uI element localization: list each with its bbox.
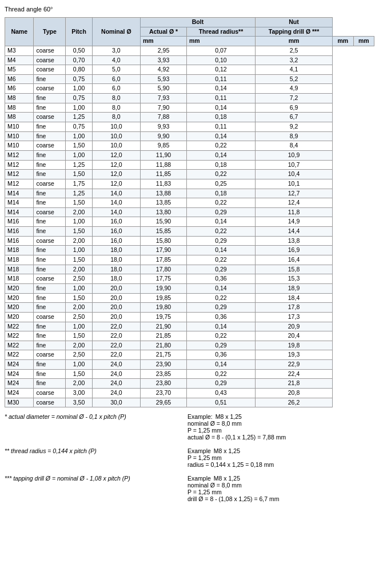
- unit-pitch: mm: [141, 37, 187, 46]
- table-cell: 11,90: [141, 150, 187, 160]
- table-cell: 2,00: [66, 379, 92, 389]
- table-cell: 7,93: [141, 94, 187, 103]
- table-row: M18fine2,0018,017,800,2915,8: [5, 265, 374, 274]
- example-label-2: Example: [187, 475, 211, 482]
- table-cell: coarse: [34, 207, 66, 217]
- table-row: M14coarse2,0014,013,800,2911,8: [5, 207, 374, 217]
- table-cell: M10: [5, 122, 34, 132]
- table-cell: 23,90: [141, 360, 187, 370]
- table-cell: 1,50: [66, 331, 92, 341]
- table-cell: 0,07: [187, 46, 256, 55]
- note-label-1: ** thread radius = 0,144 x pitch (P): [5, 447, 176, 468]
- table-row: M24fine1,0024,023,900,1422,9: [5, 360, 374, 370]
- table-cell: 19,3: [255, 350, 332, 360]
- table-cell: 24,0: [92, 379, 140, 389]
- table-row: M20fine1,5020,019,850,2218,4: [5, 293, 374, 303]
- table-cell: 5,2: [255, 74, 332, 84]
- table-cell: 0,22: [187, 141, 256, 151]
- table-cell: 4,1: [255, 65, 332, 75]
- table-cell: 3,93: [141, 55, 187, 65]
- table-cell: 5,93: [141, 74, 187, 84]
- table-cell: 0,22: [187, 227, 256, 237]
- table-cell: 24,0: [92, 388, 140, 398]
- table-cell: 15,90: [141, 217, 187, 227]
- table-cell: 14,9: [255, 217, 332, 227]
- table-cell: 0,75: [66, 74, 92, 84]
- table-cell: 0,29: [187, 236, 256, 246]
- table-cell: 2,5: [255, 46, 332, 55]
- table-row: M20coarse2,5020,019,750,3617,3: [5, 312, 374, 322]
- table-row: M6fine0,756,05,930,115,2: [5, 74, 374, 84]
- table-cell: 29,65: [141, 398, 187, 407]
- table-cell: fine: [34, 322, 66, 331]
- table-cell: coarse: [34, 236, 66, 246]
- table-cell: 12,0: [92, 160, 140, 170]
- table-cell: 10,0: [92, 122, 140, 132]
- note-example-0: Example:M8 x 1,25nominal Ø = 8,0 mmP = 1…: [187, 413, 374, 441]
- table-cell: 19,80: [141, 303, 187, 313]
- table-cell: 8,4: [255, 141, 332, 151]
- table-cell: fine: [34, 94, 66, 103]
- table-row: M10fine1,0010,09,900,148,9: [5, 131, 374, 141]
- table-cell: 9,90: [141, 131, 187, 141]
- table-cell: M14: [5, 189, 34, 198]
- table-cell: 0,14: [187, 103, 256, 113]
- notes-section: * actual diameter = nominal Ø - 0,1 x pi…: [5, 413, 374, 502]
- table-row: M12coarse1,7512,011,830,2510,1: [5, 179, 374, 189]
- table-cell: fine: [34, 303, 66, 313]
- table-cell: 9,2: [255, 122, 332, 132]
- table-cell: fine: [34, 227, 66, 237]
- table-cell: 2,50: [66, 274, 92, 284]
- example-line-1-2: radius = 0,144 x 1,25 = 0,18 mm: [187, 461, 374, 468]
- table-cell: M20: [5, 283, 34, 293]
- table-cell: 0,25: [187, 179, 256, 189]
- table-cell: 12,0: [92, 179, 140, 189]
- table-row: M8fine0,758,07,930,117,2: [5, 94, 374, 103]
- table-row: M6coarse1,006,05,900,144,9: [5, 84, 374, 94]
- table-cell: fine: [34, 189, 66, 198]
- table-cell: fine: [34, 74, 66, 84]
- table-cell: 4,9: [255, 84, 332, 94]
- table-cell: 0,14: [187, 131, 256, 141]
- table-cell: 1,50: [66, 293, 92, 303]
- table-cell: 1,25: [66, 189, 92, 198]
- table-cell: 14,0: [92, 207, 140, 217]
- table-cell: 9,93: [141, 122, 187, 132]
- table-cell: M16: [5, 217, 34, 227]
- table-cell: M18: [5, 246, 34, 255]
- table-cell: 19,75: [141, 312, 187, 322]
- table-row: M12fine1,2512,011,880,1810,7: [5, 160, 374, 170]
- table-cell: 0,11: [187, 94, 256, 103]
- table-cell: M6: [5, 74, 34, 84]
- table-cell: 0,14: [187, 246, 256, 255]
- table-row: M12fine1,5012,011,850,2210,4: [5, 170, 374, 179]
- table-cell: 8,9: [255, 131, 332, 141]
- col-actual: Actual Ø *: [141, 27, 187, 37]
- table-row: M3coarse0,503,02,950,072,5: [5, 46, 374, 55]
- table-cell: 11,85: [141, 170, 187, 179]
- table-cell: 0,36: [187, 274, 256, 284]
- table-cell: 1,50: [66, 198, 92, 208]
- table-row: M8fine1,008,07,900,146,9: [5, 103, 374, 113]
- table-cell: 18,9: [255, 283, 332, 293]
- table-cell: fine: [34, 255, 66, 265]
- table-cell: 13,80: [141, 207, 187, 217]
- table-row: M12fine1,0012,011,900,1410,9: [5, 150, 374, 160]
- table-row: M30coarse3,5030,029,650,5126,2: [5, 398, 374, 407]
- table-cell: 2,50: [66, 312, 92, 322]
- table-cell: 19,90: [141, 283, 187, 293]
- table-row: M10fine0,7510,09,930,119,2: [5, 122, 374, 132]
- table-cell: 22,9: [255, 360, 332, 370]
- table-cell: 0,29: [187, 207, 256, 217]
- table-row: M16coarse2,0016,015,800,2913,8: [5, 236, 374, 246]
- table-cell: 26,2: [255, 398, 332, 407]
- table-cell: 0,18: [187, 189, 256, 198]
- table-cell: 0,14: [187, 217, 256, 227]
- table-cell: 4,0: [92, 55, 140, 65]
- table-cell: 10,4: [255, 170, 332, 179]
- table-cell: 15,85: [141, 227, 187, 237]
- table-cell: 1,00: [66, 360, 92, 370]
- table-cell: 0,14: [187, 360, 256, 370]
- table-cell: M10: [5, 131, 34, 141]
- table-cell: 21,90: [141, 322, 187, 331]
